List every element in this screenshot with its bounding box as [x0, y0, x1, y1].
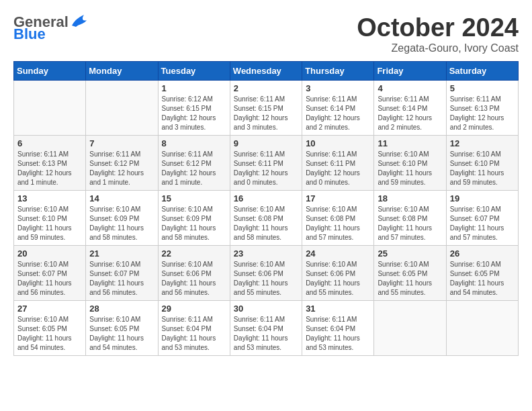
day-info: Sunrise: 6:10 AM Sunset: 6:08 PM Dayligh…: [234, 205, 298, 242]
month-title: October 2024: [357, 13, 519, 42]
calendar-cell: 11Sunrise: 6:10 AM Sunset: 6:10 PM Dayli…: [374, 136, 446, 191]
calendar-body: 1Sunrise: 6:12 AM Sunset: 6:15 PM Daylig…: [14, 81, 519, 356]
calendar-cell: 28Sunrise: 6:10 AM Sunset: 6:05 PM Dayli…: [86, 301, 158, 356]
weekday-header-friday: Friday: [374, 62, 446, 81]
day-info: Sunrise: 6:11 AM Sunset: 6:04 PM Dayligh…: [234, 315, 298, 353]
page-header: General Blue October 2024 Zegata-Gouro, …: [13, 13, 519, 54]
calendar-cell: 16Sunrise: 6:10 AM Sunset: 6:08 PM Dayli…: [230, 191, 302, 246]
day-number: 4: [378, 83, 442, 93]
day-info: Sunrise: 6:10 AM Sunset: 6:06 PM Dayligh…: [306, 260, 370, 298]
day-info: Sunrise: 6:10 AM Sunset: 6:09 PM Dayligh…: [89, 205, 154, 242]
day-number: 26: [450, 248, 515, 259]
day-number: 6: [17, 138, 82, 148]
day-number: 1: [162, 83, 226, 93]
calendar-cell: [14, 81, 86, 136]
calendar-cell: 20Sunrise: 6:10 AM Sunset: 6:07 PM Dayli…: [14, 246, 86, 301]
week-row-2: 6Sunrise: 6:11 AM Sunset: 6:13 PM Daylig…: [14, 136, 519, 191]
calendar-cell: 15Sunrise: 6:10 AM Sunset: 6:09 PM Dayli…: [158, 191, 230, 246]
day-info: Sunrise: 6:12 AM Sunset: 6:15 PM Dayligh…: [162, 95, 226, 132]
day-number: 30: [234, 304, 298, 314]
day-info: Sunrise: 6:11 AM Sunset: 6:13 PM Dayligh…: [450, 95, 515, 132]
day-number: 13: [17, 193, 82, 203]
day-info: Sunrise: 6:11 AM Sunset: 6:15 PM Dayligh…: [234, 95, 298, 132]
calendar-cell: 27Sunrise: 6:10 AM Sunset: 6:05 PM Dayli…: [14, 301, 86, 356]
calendar-cell: 2Sunrise: 6:11 AM Sunset: 6:15 PM Daylig…: [230, 81, 302, 136]
day-number: 7: [89, 138, 154, 148]
weekday-header-row: SundayMondayTuesdayWednesdayThursdayFrid…: [14, 62, 519, 81]
day-info: Sunrise: 6:10 AM Sunset: 6:07 PM Dayligh…: [450, 205, 515, 242]
week-row-3: 13Sunrise: 6:10 AM Sunset: 6:10 PM Dayli…: [14, 191, 519, 246]
weekday-header-monday: Monday: [86, 62, 158, 81]
day-info: Sunrise: 6:11 AM Sunset: 6:14 PM Dayligh…: [306, 95, 370, 132]
day-info: Sunrise: 6:11 AM Sunset: 6:04 PM Dayligh…: [306, 315, 370, 353]
day-number: 16: [234, 193, 298, 203]
calendar-cell: 25Sunrise: 6:10 AM Sunset: 6:05 PM Dayli…: [374, 246, 446, 301]
calendar-cell: 24Sunrise: 6:10 AM Sunset: 6:06 PM Dayli…: [302, 246, 374, 301]
day-info: Sunrise: 6:11 AM Sunset: 6:11 PM Dayligh…: [306, 150, 370, 187]
day-number: 12: [450, 138, 515, 148]
day-number: 19: [450, 193, 515, 203]
calendar-cell: 9Sunrise: 6:11 AM Sunset: 6:11 PM Daylig…: [230, 136, 302, 191]
day-number: 25: [378, 248, 442, 259]
day-info: Sunrise: 6:11 AM Sunset: 6:04 PM Dayligh…: [162, 315, 226, 353]
day-info: Sunrise: 6:10 AM Sunset: 6:10 PM Dayligh…: [378, 150, 442, 187]
weekday-header-tuesday: Tuesday: [158, 62, 230, 81]
calendar-cell: 29Sunrise: 6:11 AM Sunset: 6:04 PM Dayli…: [158, 301, 230, 356]
calendar-cell: 19Sunrise: 6:10 AM Sunset: 6:07 PM Dayli…: [446, 191, 518, 246]
day-number: 11: [378, 138, 442, 148]
day-info: Sunrise: 6:10 AM Sunset: 6:05 PM Dayligh…: [89, 315, 154, 353]
day-number: 22: [162, 248, 226, 259]
calendar-cell: 18Sunrise: 6:10 AM Sunset: 6:08 PM Dayli…: [374, 191, 446, 246]
calendar-cell: 14Sunrise: 6:10 AM Sunset: 6:09 PM Dayli…: [86, 191, 158, 246]
title-section: October 2024 Zegata-Gouro, Ivory Coast: [357, 13, 519, 54]
day-number: 18: [378, 193, 442, 203]
day-number: 27: [17, 304, 82, 314]
calendar-cell: 8Sunrise: 6:11 AM Sunset: 6:12 PM Daylig…: [158, 136, 230, 191]
day-info: Sunrise: 6:10 AM Sunset: 6:08 PM Dayligh…: [378, 205, 442, 242]
day-number: 9: [234, 138, 298, 148]
calendar-cell: [86, 81, 158, 136]
calendar-cell: 22Sunrise: 6:10 AM Sunset: 6:06 PM Dayli…: [158, 246, 230, 301]
day-info: Sunrise: 6:11 AM Sunset: 6:12 PM Dayligh…: [162, 150, 226, 187]
day-number: 10: [306, 138, 370, 148]
logo-bird-icon: [69, 13, 88, 31]
weekday-header-sunday: Sunday: [14, 62, 86, 81]
week-row-1: 1Sunrise: 6:12 AM Sunset: 6:15 PM Daylig…: [14, 81, 519, 136]
day-number: 28: [89, 304, 154, 314]
day-number: 23: [234, 248, 298, 259]
day-number: 14: [89, 193, 154, 203]
calendar-cell: 4Sunrise: 6:11 AM Sunset: 6:14 PM Daylig…: [374, 81, 446, 136]
day-info: Sunrise: 6:10 AM Sunset: 6:06 PM Dayligh…: [234, 260, 298, 298]
week-row-4: 20Sunrise: 6:10 AM Sunset: 6:07 PM Dayli…: [14, 246, 519, 301]
calendar-cell: 12Sunrise: 6:10 AM Sunset: 6:10 PM Dayli…: [446, 136, 518, 191]
day-info: Sunrise: 6:11 AM Sunset: 6:12 PM Dayligh…: [89, 150, 154, 187]
day-info: Sunrise: 6:11 AM Sunset: 6:11 PM Dayligh…: [234, 150, 298, 187]
calendar-cell: 6Sunrise: 6:11 AM Sunset: 6:13 PM Daylig…: [14, 136, 86, 191]
day-info: Sunrise: 6:10 AM Sunset: 6:10 PM Dayligh…: [17, 205, 82, 242]
day-number: 24: [306, 248, 370, 259]
day-info: Sunrise: 6:11 AM Sunset: 6:14 PM Dayligh…: [378, 95, 442, 132]
day-info: Sunrise: 6:10 AM Sunset: 6:05 PM Dayligh…: [17, 315, 82, 353]
weekday-header-saturday: Saturday: [446, 62, 518, 81]
day-info: Sunrise: 6:10 AM Sunset: 6:05 PM Dayligh…: [450, 260, 515, 298]
day-info: Sunrise: 6:10 AM Sunset: 6:08 PM Dayligh…: [306, 205, 370, 242]
day-info: Sunrise: 6:10 AM Sunset: 6:07 PM Dayligh…: [89, 260, 154, 298]
day-number: 21: [89, 248, 154, 259]
logo: General Blue: [13, 13, 89, 43]
calendar-cell: 26Sunrise: 6:10 AM Sunset: 6:05 PM Dayli…: [446, 246, 518, 301]
calendar-cell: 17Sunrise: 6:10 AM Sunset: 6:08 PM Dayli…: [302, 191, 374, 246]
calendar-cell: 1Sunrise: 6:12 AM Sunset: 6:15 PM Daylig…: [158, 81, 230, 136]
day-number: 8: [162, 138, 226, 148]
calendar-table: SundayMondayTuesdayWednesdayThursdayFrid…: [13, 61, 519, 356]
calendar-cell: 21Sunrise: 6:10 AM Sunset: 6:07 PM Dayli…: [86, 246, 158, 301]
day-info: Sunrise: 6:10 AM Sunset: 6:09 PM Dayligh…: [162, 205, 226, 242]
calendar-cell: 30Sunrise: 6:11 AM Sunset: 6:04 PM Dayli…: [230, 301, 302, 356]
day-number: 17: [306, 193, 370, 203]
day-number: 15: [162, 193, 226, 203]
day-number: 5: [450, 83, 515, 93]
day-info: Sunrise: 6:10 AM Sunset: 6:07 PM Dayligh…: [17, 260, 82, 298]
calendar-cell: [374, 301, 446, 356]
calendar-cell: 5Sunrise: 6:11 AM Sunset: 6:13 PM Daylig…: [446, 81, 518, 136]
day-number: 29: [162, 304, 226, 314]
day-number: 20: [17, 248, 82, 259]
